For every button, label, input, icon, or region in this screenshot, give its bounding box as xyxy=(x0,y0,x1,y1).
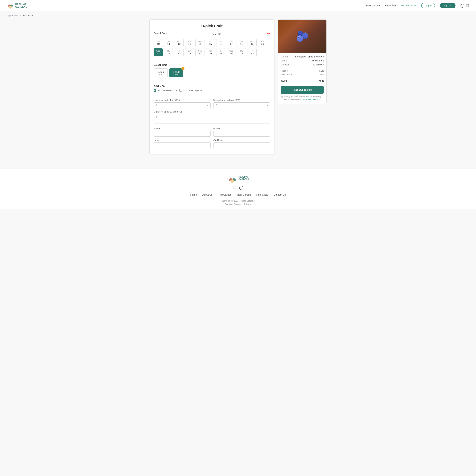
addon-row: $10 Donation ($10)$20 Donation ($20) xyxy=(154,89,270,92)
phone-label: Phone xyxy=(213,127,270,130)
calendar-icon[interactable]: 📅 xyxy=(267,33,270,36)
breadcrumb-parent[interactable]: U-pick Fruit xyxy=(7,14,18,17)
date-cell-24[interactable]: Sat24 xyxy=(185,48,194,56)
addon-item-1[interactable]: $20 Donation ($20) xyxy=(179,89,202,92)
date-cell-28[interactable]: Wed28 xyxy=(227,48,236,56)
ticket-select-1[interactable]: 0 xyxy=(213,102,270,108)
day-name: Sat xyxy=(187,50,192,52)
ticket-group-1: U-pick for up to 8 ppl ($30)0 xyxy=(213,99,270,108)
footer-nav-contact-us[interactable]: Contact Us xyxy=(274,193,286,196)
addon-item-0[interactable]: $10 Donation ($10) xyxy=(154,89,177,92)
day-num: 28 xyxy=(229,52,234,55)
terms-link[interactable]: Terms and Condtions xyxy=(302,99,320,101)
breadcrumb-separator: › xyxy=(20,14,21,17)
logo-text: HEALING GARDENS xyxy=(15,3,27,8)
zip-label: Zip Code xyxy=(213,139,270,141)
ticket-row-1: U-pick for up to 4 ppl ($15)1U-pick for … xyxy=(154,99,270,108)
addons-chevron[interactable]: ▼ xyxy=(290,74,292,75)
zip-group: Zip Code xyxy=(213,139,270,148)
date-cell-26[interactable]: Mon26 xyxy=(206,48,215,56)
name-input[interactable] xyxy=(154,131,211,137)
select-time-section: Select Time 10:30PM112:00AM xyxy=(154,64,270,77)
total-label: Total xyxy=(281,80,287,83)
email-input[interactable] xyxy=(154,142,211,148)
date-cell-27[interactable]: Tue27 xyxy=(216,48,225,56)
logo-icon xyxy=(7,2,14,9)
date-cell-12[interactable]: Mon12 xyxy=(175,39,184,47)
date-cell-19[interactable]: Mon19 xyxy=(247,39,257,47)
price-chevron[interactable]: ▼ xyxy=(287,70,289,72)
footer-facebook-icon[interactable]: ☐ xyxy=(233,186,236,190)
logo[interactable]: HEALING GARDENS xyxy=(7,2,27,9)
duration-label: Duration xyxy=(281,63,289,66)
nav-book-garden[interactable]: Book Garden xyxy=(366,4,380,7)
date-cell-11[interactable]: Sun11 xyxy=(164,39,173,47)
day-num: 25 xyxy=(197,52,203,55)
addons-price-label: Add Ons ▼ xyxy=(281,73,292,76)
month-label: Jun 2023 xyxy=(212,33,222,35)
date-cell-23[interactable]: Fri23 xyxy=(175,48,184,56)
date-cell-13[interactable]: Tue13 xyxy=(185,39,194,47)
summary-info: Garden Sarvodaya Farms & Nursery Event U… xyxy=(278,52,326,104)
date-cell-16[interactable]: Fri16 xyxy=(216,39,225,47)
footer-nav-home[interactable]: Home xyxy=(190,193,197,196)
day-name: Wed xyxy=(156,50,161,52)
phone-input[interactable] xyxy=(213,131,270,137)
date-cell-18[interactable]: Sun18 xyxy=(237,39,246,47)
date-header: Select Date Jun 2023 📅 xyxy=(154,32,270,37)
date-cell-30[interactable]: Fri30 xyxy=(247,48,257,56)
footer-instagram-icon[interactable]: ◯ xyxy=(239,186,243,190)
date-cell-25[interactable]: Sun25 xyxy=(195,48,204,56)
footer-logo-icon xyxy=(227,176,237,183)
phone-group: Phone xyxy=(213,127,270,137)
day-name: Mon xyxy=(208,50,213,52)
facebook-icon[interactable]: ☐ xyxy=(466,3,469,8)
proceed-to-pay-button[interactable]: Proceed To Pay xyxy=(281,86,324,94)
signup-button[interactable]: Sign Up xyxy=(440,3,456,8)
day-name: Mon xyxy=(176,40,182,42)
nav-host-class[interactable]: Host Class xyxy=(385,4,396,7)
price-row: Price ▼ 15 $ xyxy=(281,70,324,72)
summary-panel: Garden Sarvodaya Farms & Nursery Event U… xyxy=(278,19,327,155)
date-cell-10[interactable]: Sat10 xyxy=(154,39,163,47)
footer-privacy-link[interactable]: Privacy xyxy=(244,203,251,205)
day-name: Tue xyxy=(218,50,223,52)
date-cell-29[interactable]: Thu29 xyxy=(237,48,246,56)
instagram-icon[interactable]: ◯ xyxy=(460,3,464,8)
date-cell-21[interactable]: Wed21 xyxy=(154,48,163,56)
name-group: Name xyxy=(154,127,211,137)
date-cell-15[interactable]: Thu15 xyxy=(206,39,215,47)
time-slot-1[interactable]: 112:00AM xyxy=(169,68,183,77)
date-cell-17[interactable]: Sat17 xyxy=(227,39,236,47)
addon-checkbox-0[interactable] xyxy=(154,89,156,92)
day-num: 27 xyxy=(218,52,223,55)
footer-logo-text: HEALINGGARDENS xyxy=(239,176,249,183)
date-cell-14[interactable]: Wed14 xyxy=(195,39,204,47)
footer-nav-host-class[interactable]: Host Class xyxy=(256,193,268,196)
event-label: Event xyxy=(281,59,287,62)
footer-terms-link[interactable]: Terms of Service xyxy=(225,203,241,205)
ticket-select-0[interactable]: 1 xyxy=(154,102,211,108)
price-label: Price ▼ xyxy=(281,70,289,72)
zip-input[interactable] xyxy=(213,142,270,148)
day-num: 15 xyxy=(208,42,213,45)
total-value: 25 $ xyxy=(319,80,324,83)
day-num: 30 xyxy=(249,52,255,55)
ticket-label-2: U-pick for up to 12 ppl ($50) xyxy=(154,110,270,113)
day-name: Sun xyxy=(166,40,171,42)
ticket-select-2[interactable]: 0 xyxy=(154,114,270,120)
date-grid: Sat10Sun11Mon12Tue13Wed14Thu15Fri16Sat17… xyxy=(154,39,270,56)
time-main: 12:00 xyxy=(172,70,180,73)
day-name: Thu xyxy=(239,50,244,52)
day-name: Tue xyxy=(260,40,265,42)
login-button[interactable]: Log In xyxy=(421,3,435,8)
addon-checkbox-1[interactable] xyxy=(179,89,182,92)
time-slot-0[interactable]: 10:30PM xyxy=(154,68,168,77)
date-cell-22[interactable]: Thu22 xyxy=(164,48,173,56)
footer-nav-find-garden[interactable]: Find Garden xyxy=(218,193,231,196)
footer-nav-host-garden[interactable]: Host Garden xyxy=(237,193,251,196)
day-name: Sun xyxy=(239,40,244,42)
date-cell-20[interactable]: Tue20 xyxy=(258,39,267,47)
day-name: Thu xyxy=(208,40,213,42)
footer-nav-about-us[interactable]: About Us xyxy=(202,193,212,196)
